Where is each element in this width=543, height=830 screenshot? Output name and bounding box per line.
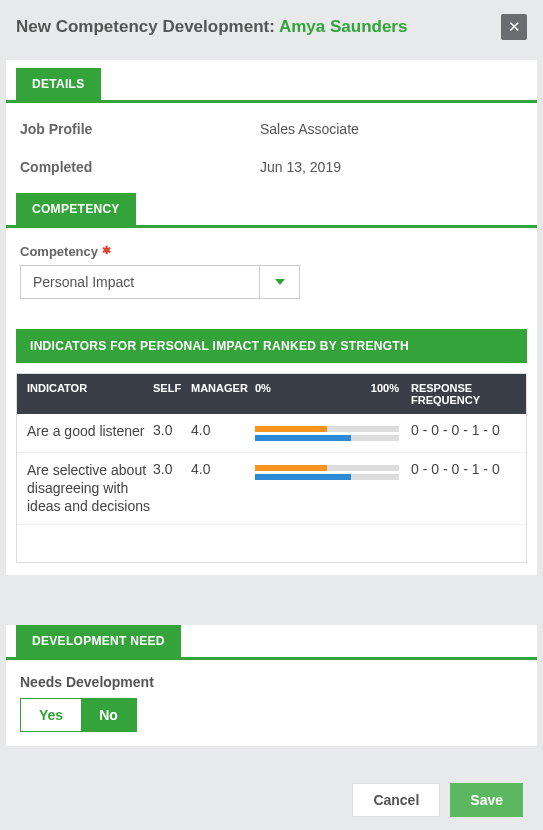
needs-development-label: Needs Development bbox=[6, 660, 537, 698]
main-content: DETAILS Job Profile Sales Associate Comp… bbox=[6, 60, 537, 575]
manager-bar bbox=[255, 435, 399, 441]
tab-development-need[interactable]: DEVELOPMENT NEED bbox=[16, 625, 181, 657]
toggle-no[interactable]: No bbox=[81, 699, 136, 731]
manager-bar bbox=[255, 474, 399, 480]
manager-bar-fill bbox=[255, 474, 351, 480]
table-fade bbox=[17, 522, 526, 562]
required-icon: ✱ bbox=[102, 244, 111, 256]
table-row: Are a good listener3.04.00 - 0 - 0 - 1 -… bbox=[17, 414, 526, 453]
cell-self: 3.0 bbox=[153, 422, 191, 438]
col-manager: MANAGER bbox=[191, 382, 255, 406]
tab-competency[interactable]: COMPETENCY bbox=[16, 193, 136, 225]
cell-frequency: 0 - 0 - 0 - 1 - 0 bbox=[405, 461, 520, 477]
title-person: Amya Saunders bbox=[279, 17, 408, 36]
title-prefix: New Competency Development: bbox=[16, 17, 279, 36]
pct-100: 100% bbox=[371, 382, 399, 406]
table-header-row: INDICATOR SELF MANAGER 0% 100% RESPONSE … bbox=[17, 374, 526, 414]
competency-dropdown-value: Personal Impact bbox=[21, 266, 259, 298]
competency-tabbar: COMPETENCY bbox=[6, 193, 537, 228]
cell-bars bbox=[255, 422, 405, 444]
manager-bar-fill bbox=[255, 435, 351, 441]
self-bar bbox=[255, 465, 399, 471]
modal-header: New Competency Development: Amya Saunder… bbox=[0, 0, 543, 60]
close-icon: ✕ bbox=[508, 18, 521, 36]
modal-title: New Competency Development: Amya Saunder… bbox=[16, 17, 407, 37]
competency-label: Competency ✱ bbox=[20, 244, 523, 259]
competency-dropdown[interactable]: Personal Impact bbox=[20, 265, 300, 299]
indicators-table: INDICATOR SELF MANAGER 0% 100% RESPONSE … bbox=[16, 373, 527, 563]
self-bar bbox=[255, 426, 399, 432]
footer-actions: Cancel Save bbox=[0, 770, 543, 830]
needs-development-toggle: Yes No bbox=[20, 698, 137, 732]
pct-0: 0% bbox=[255, 382, 271, 406]
completed-row: Completed Jun 13, 2019 bbox=[6, 155, 537, 193]
tab-details[interactable]: DETAILS bbox=[16, 68, 101, 100]
devneed-tabbar: DEVELOPMENT NEED bbox=[6, 625, 537, 660]
competency-field-row: Competency ✱ Personal Impact bbox=[6, 228, 537, 307]
indicators-header: INDICATORS FOR PERSONAL IMPACT RANKED BY… bbox=[16, 329, 527, 363]
cell-self: 3.0 bbox=[153, 461, 191, 477]
dropdown-caret bbox=[259, 266, 299, 298]
cell-manager: 4.0 bbox=[191, 422, 255, 438]
job-profile-label: Job Profile bbox=[20, 121, 260, 137]
cell-bars bbox=[255, 461, 405, 483]
col-indicator: INDICATOR bbox=[23, 382, 153, 406]
col-self: SELF bbox=[153, 382, 191, 406]
self-bar-fill bbox=[255, 426, 327, 432]
col-bar-range: 0% 100% bbox=[255, 382, 405, 406]
toggle-yes[interactable]: Yes bbox=[21, 699, 81, 731]
job-profile-value: Sales Associate bbox=[260, 121, 359, 137]
cell-frequency: 0 - 0 - 0 - 1 - 0 bbox=[405, 422, 520, 438]
job-profile-row: Job Profile Sales Associate bbox=[6, 103, 537, 155]
completed-label: Completed bbox=[20, 159, 260, 175]
chevron-down-icon bbox=[275, 279, 285, 285]
save-button[interactable]: Save bbox=[450, 783, 523, 817]
cell-indicator: Are selective about disagreeing with ide… bbox=[23, 461, 153, 516]
development-need-section: DEVELOPMENT NEED Needs Development Yes N… bbox=[6, 625, 537, 746]
cancel-button[interactable]: Cancel bbox=[352, 783, 440, 817]
cell-indicator: Are a good listener bbox=[23, 422, 153, 440]
close-button[interactable]: ✕ bbox=[501, 14, 527, 40]
completed-value: Jun 13, 2019 bbox=[260, 159, 341, 175]
self-bar-fill bbox=[255, 465, 327, 471]
col-frequency: RESPONSE FREQUENCY bbox=[405, 382, 520, 406]
table-row: Are selective about disagreeing with ide… bbox=[17, 453, 526, 525]
cell-manager: 4.0 bbox=[191, 461, 255, 477]
details-tabbar: DETAILS bbox=[6, 60, 537, 103]
